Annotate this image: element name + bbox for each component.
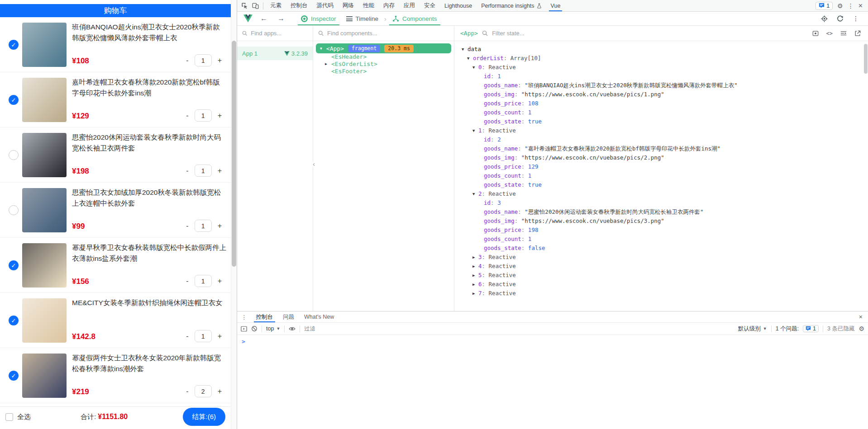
- app-list-item[interactable]: App 1 3.2.39: [237, 47, 313, 60]
- context-selector[interactable]: top▼: [266, 325, 280, 332]
- increase-button[interactable]: +: [218, 57, 222, 65]
- state-line[interactable]: goods_img: "https://www.escook.cn/vuebas…: [457, 90, 868, 99]
- inspect-icon[interactable]: [239, 0, 250, 11]
- tab-inspector[interactable]: Inspector: [296, 12, 341, 25]
- drawer-tab-2[interactable]: What's New: [299, 311, 339, 322]
- close-devtools-button[interactable]: ×: [858, 2, 863, 9]
- expand-arrow-icon[interactable]: ▶: [325, 61, 327, 68]
- state-line[interactable]: goods_state: true: [457, 180, 868, 189]
- decrease-button[interactable]: -: [186, 222, 188, 230]
- state-line[interactable]: id: 3: [457, 198, 868, 207]
- state-line[interactable]: ▼0: Reactive: [457, 63, 868, 72]
- increase-button[interactable]: +: [218, 222, 222, 230]
- console-body[interactable]: >: [237, 335, 868, 345]
- drawer-kebab-icon[interactable]: ⋮: [237, 314, 251, 321]
- state-line[interactable]: goods_price: 108: [457, 99, 868, 108]
- decrease-button[interactable]: -: [186, 112, 188, 120]
- component-root-row[interactable]: ▼ <App> fragment 20.3 ms: [316, 43, 451, 53]
- live-expression-eye-icon[interactable]: [289, 326, 296, 331]
- devtools-tab-10[interactable]: Vue: [546, 0, 565, 11]
- forward-button[interactable]: →: [272, 14, 290, 23]
- expand-arrow-icon[interactable]: ▶: [472, 271, 478, 280]
- target-icon[interactable]: [821, 15, 828, 22]
- expand-arrow-icon[interactable]: ▼: [462, 45, 467, 54]
- find-components-input[interactable]: [327, 30, 449, 37]
- decrease-button[interactable]: -: [186, 332, 188, 340]
- item-checkbox[interactable]: ✓: [9, 316, 19, 325]
- quantity-input[interactable]: 1: [195, 220, 212, 232]
- state-line[interactable]: ▶6: Reactive: [457, 280, 868, 289]
- state-line[interactable]: goods_img: "https://www.escook.cn/vuebas…: [457, 153, 868, 162]
- expand-arrow-icon[interactable]: ▶: [472, 280, 478, 289]
- component-child-row[interactable]: <EsHeader>: [313, 53, 454, 61]
- state-line[interactable]: goods_count: 1: [457, 108, 868, 117]
- inspect-dom-icon[interactable]: [812, 30, 819, 37]
- devtools-tab-8[interactable]: Lighthouse: [440, 0, 477, 11]
- code-icon[interactable]: <>: [826, 30, 833, 37]
- state-line[interactable]: goods_name: "思蜜怡2020休闲运动套装女春秋季新款时尚大码宽松长袖…: [457, 207, 868, 217]
- find-apps-input[interactable]: [251, 30, 308, 37]
- decrease-button[interactable]: -: [186, 57, 188, 65]
- expand-arrow-icon[interactable]: ▶: [472, 289, 478, 298]
- state-line[interactable]: goods_count: 1: [457, 235, 868, 244]
- state-line[interactable]: ▶4: Reactive: [457, 262, 868, 271]
- collapse-all-icon[interactable]: [840, 30, 847, 36]
- expand-arrow-icon[interactable]: ▼: [472, 63, 478, 72]
- data-section-row[interactable]: ▼data: [457, 45, 868, 54]
- state-line[interactable]: goods_img: "https://www.escook.cn/vuebas…: [457, 217, 868, 226]
- refresh-icon[interactable]: [837, 15, 844, 22]
- close-drawer-button[interactable]: ×: [854, 313, 868, 321]
- increase-button[interactable]: +: [218, 332, 222, 340]
- devtools-tab-5[interactable]: 内存: [379, 0, 399, 11]
- quantity-input[interactable]: 1: [195, 109, 212, 122]
- clear-console-icon[interactable]: [251, 325, 258, 332]
- decrease-button[interactable]: -: [186, 387, 188, 396]
- state-line[interactable]: ▼1: Reactive: [457, 126, 868, 135]
- state-scrollbar-thumb[interactable]: [864, 44, 868, 74]
- quantity-input[interactable]: 1: [195, 165, 212, 177]
- drawer-tab-0[interactable]: 控制台: [251, 311, 278, 322]
- filter-state-input[interactable]: [492, 30, 808, 37]
- state-line[interactable]: goods_price: 129: [457, 162, 868, 171]
- component-child-row[interactable]: ▶<EsOrderList>: [313, 61, 454, 68]
- state-line[interactable]: goods_name: "嘉叶希连帽卫衣女春秋薄款2020新款宽松bf韩版字母印…: [457, 144, 868, 153]
- quantity-input[interactable]: 2: [195, 385, 212, 397]
- issues-badge[interactable]: 1: [816, 2, 833, 10]
- expand-arrow-icon[interactable]: ▼: [472, 126, 478, 135]
- expand-arrow-icon[interactable]: ▼: [320, 47, 322, 51]
- expand-arrow-icon[interactable]: ▶: [472, 262, 478, 271]
- back-button[interactable]: ←: [255, 14, 272, 23]
- item-checkbox[interactable]: ✓: [9, 40, 19, 50]
- state-line[interactable]: goods_count: 1: [457, 171, 868, 180]
- quantity-input[interactable]: 1: [195, 54, 212, 66]
- checkout-button[interactable]: 结算:(6): [183, 408, 226, 426]
- increase-button[interactable]: +: [218, 112, 222, 120]
- devtools-tab-2[interactable]: 源代码: [312, 0, 339, 11]
- item-checkbox[interactable]: ✓: [9, 260, 19, 270]
- increase-button[interactable]: +: [218, 277, 222, 285]
- state-line[interactable]: ▶5: Reactive: [457, 271, 868, 280]
- console-sidebar-icon[interactable]: [241, 326, 247, 332]
- tab-timeline[interactable]: Timeline: [341, 12, 384, 25]
- console-filter-input[interactable]: [304, 325, 734, 332]
- item-checkbox[interactable]: [9, 205, 19, 215]
- console-settings-icon[interactable]: ⚙: [858, 325, 864, 332]
- devtools-tab-7[interactable]: 安全: [420, 0, 440, 11]
- item-checkbox[interactable]: ✓: [9, 371, 19, 381]
- item-checkbox[interactable]: [9, 150, 19, 160]
- open-in-editor-icon[interactable]: [854, 30, 861, 37]
- state-line[interactable]: ▶7: Reactive: [457, 289, 868, 298]
- devtools-tab-0[interactable]: 元素: [266, 0, 286, 11]
- cart-scrollbar[interactable]: [231, 0, 236, 429]
- log-level-selector[interactable]: 默认级别▼: [738, 325, 767, 333]
- component-child-row[interactable]: <EsFooter>: [313, 68, 454, 75]
- state-line[interactable]: id: 2: [457, 135, 868, 144]
- state-line[interactable]: goods_state: true: [457, 117, 868, 126]
- state-line[interactable]: id: 1: [457, 72, 868, 81]
- cart-scrollbar-thumb[interactable]: [232, 41, 236, 267]
- devtools-tab-3[interactable]: 网络: [338, 0, 358, 11]
- devtools-tab-1[interactable]: 控制台: [286, 0, 312, 11]
- drawer-tab-1[interactable]: 问题: [278, 311, 299, 322]
- devtools-tab-9[interactable]: Performance insights: [477, 0, 546, 11]
- vue-menu-kebab-icon[interactable]: ⋮: [853, 15, 859, 22]
